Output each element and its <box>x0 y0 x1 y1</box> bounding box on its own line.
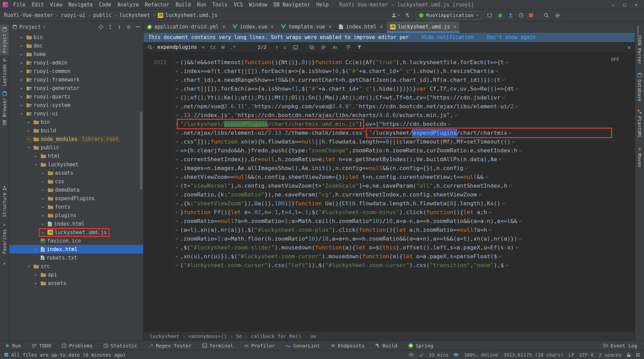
status-widget-lf[interactable]: LF <box>569 352 574 358</box>
gear-icon[interactable] <box>126 24 131 30</box>
code-line[interactable]: ↵}function Ff(){let e=.02,n=.1,t=4,l=.1;… <box>174 208 635 217</box>
menu-analyze[interactable]: Analyze <box>114 0 142 10</box>
rerun-button[interactable] <box>487 13 492 18</box>
tool-window-button-regex-tester[interactable]: .*Regex Tester <box>148 343 192 348</box>
tree-item-api[interactable]: ▸api <box>9 270 143 279</box>
notification-link-hide-notification[interactable]: Hide notification <box>422 34 474 40</box>
tool-window-button-statistic[interactable]: Statistic <box>103 343 137 348</box>
breadcrumb-item-ruoyi-vue-master[interactable]: RuoYi-Vue-master <box>4 12 53 18</box>
chevron-right-icon[interactable]: ▸ <box>40 188 46 192</box>
chevron-right-icon[interactable]: ▸ <box>40 230 46 235</box>
tree-item-bin[interactable]: ▸bin <box>9 118 143 126</box>
menu-run[interactable]: Run <box>194 0 209 10</box>
tree-item-assets[interactable]: ▸assets <box>9 279 143 287</box>
tree-item-luckysheet-umd-js[interactable]: ▸JSluckysheet.umd.js <box>9 228 143 237</box>
tool-window-button-sonarlint[interactable]: SonarLint <box>286 343 320 348</box>
stop-button[interactable] <box>529 13 533 17</box>
tree-scrollbar[interactable] <box>140 111 143 189</box>
menu-code[interactable]: Code <box>96 0 114 10</box>
next-match-icon[interactable]: ↓ <box>283 44 286 50</box>
tree-item-index-html[interactable]: ▸<>index.html <box>9 245 143 253</box>
chevron-right-icon[interactable]: ▸ <box>19 86 24 91</box>
tab-index-html[interactable]: <>index.html× <box>335 21 386 32</box>
clear-search-icon[interactable]: × <box>202 44 205 50</box>
menu-edit[interactable]: Edit <box>29 0 47 10</box>
code-line[interactable]: ↵.currentSheetIndex}),Gr=null,h.zoomRati… <box>174 155 635 164</box>
menu-help[interactable]: Help <box>313 0 332 10</box>
chevron-right-icon[interactable]: ▸ <box>19 94 24 99</box>
chevron-right-icon[interactable]: ▸ <box>26 128 32 133</box>
chevron-down-icon[interactable]: ▾ <box>26 264 32 269</box>
code-line[interactable]: ↵,{k:"sheetViewZoom"}),Ua()},100))}funct… <box>174 199 635 208</box>
tree-item-css[interactable]: ▸css <box>9 177 143 186</box>
tool-stripe-button-database[interactable]: Database <box>635 70 644 104</box>
code-line[interactable]: ↵,$("#luckysheet-zoom-slider").mousedown… <box>174 243 635 252</box>
tree-item-ruoyi-ui[interactable]: ▾ruoyi-ui <box>9 109 143 118</box>
status-widget-100-online[interactable]: 100%, Online <box>464 352 498 358</box>
code-line[interactable]: ↵,xn(u),nr(u)}),$("#luckysheet-zoom-curs… <box>174 252 635 261</box>
breadcrumb-item-public[interactable]: public <box>93 12 112 18</box>
tool-stripe-button-project[interactable]: Project <box>0 25 9 55</box>
chevron-right-icon[interactable]: ▸ <box>33 272 39 277</box>
tree-item-public[interactable]: ▾public <box>9 143 143 152</box>
tool-stripe-button-json-parser[interactable]: { }JSON Parser <box>635 25 644 67</box>
maximize-button[interactable]: □ <box>619 2 630 7</box>
menu-refactor[interactable]: Refactor <box>142 0 172 10</box>
tool-stripe-button-plantuml[interactable]: PlantUML <box>635 107 644 140</box>
chevron-right-icon[interactable]: ▸ <box>19 52 24 57</box>
menu-file[interactable]: File <box>10 0 29 10</box>
code-line[interactable]: ↵(t="viewNormal"),n.config.sheetViewZoom… <box>174 182 635 190</box>
status-widget-grid[interactable] <box>636 353 640 357</box>
tree-item-bin[interactable]: ▸bin <box>9 33 143 41</box>
breadcrumb-item-luckysheet[interactable]: luckysheet <box>119 12 150 18</box>
search-toggle-[interactable]: .* <box>230 44 236 50</box>
tree-item-doc[interactable]: ▸doc <box>9 41 143 50</box>
code-line[interactable]: ↵.zoomRatio=1:a=Math.floor(h.zoomRatio*1… <box>174 234 635 243</box>
status-widget-3913-61175-10-chars[interactable]: 3913:61175 (10 chars) <box>504 352 564 358</box>
hide-panel-icon[interactable] <box>136 26 140 27</box>
chevron-right-icon[interactable]: ▸ <box>19 77 24 82</box>
close-button[interactable]: × <box>630 2 642 7</box>
tool-window-button-terminal[interactable]: Terminal <box>202 343 233 348</box>
code-line[interactable]: ↵()&&!e&&setTimeout(function(){Nt()},0))… <box>174 58 635 67</box>
chevron-right-icon[interactable]: ▸ <box>40 213 46 218</box>
tool-window-button-problems[interactable]: Problems <box>62 343 93 348</box>
close-tab-icon[interactable]: × <box>328 24 332 30</box>
tool-window-button-todo[interactable]: TODO <box>32 343 51 348</box>
editor-breadcrumb-item-luckysheet[interactable]: luckysheet <box>150 334 179 339</box>
chevron-right-icon[interactable]: ▸ <box>33 247 39 252</box>
search-toggle-cc[interactable]: Cc <box>210 44 216 50</box>
tree-item-ruoyi-common[interactable]: ▸ruoyi-common <box>9 67 143 75</box>
tree-item-favicon-ico[interactable]: favicon.ico <box>9 237 143 245</box>
editor-breadcrumb-item-anonymous[interactable]: <anonymous>() <box>188 334 227 339</box>
search-icon[interactable] <box>148 45 153 50</box>
preserve-case-icon[interactable] <box>333 45 337 50</box>
tool-stripe-button-db-browser[interactable]: DB Browser <box>0 89 9 128</box>
close-search-icon[interactable]: × <box>627 44 631 51</box>
tree-item-index-html[interactable]: ▸<>index.html <box>9 220 143 228</box>
chevron-down-icon[interactable]: ▾ <box>19 111 24 116</box>
tree-item-luckysheet[interactable]: ▾luckysheet <box>9 160 143 169</box>
tree-item-ruoyi-generator[interactable]: ▸ruoyi-generator <box>9 84 143 92</box>
tree-item-src[interactable]: ▾src <box>9 262 143 270</box>
tool-window-button-event-log[interactable]: Event Log <box>603 343 637 348</box>
menu-build[interactable]: Build <box>172 0 194 10</box>
expand-all-icon[interactable] <box>108 25 113 30</box>
code-line[interactable]: ↵.13.2/index.js","https://cdn.bootcdn.ne… <box>174 111 635 120</box>
search-everywhere-button[interactable] <box>544 13 549 18</box>
select-all-occurrences-icon[interactable] <box>309 45 314 50</box>
code-line[interactable]: ↵.net/npm/vue@2.6.11","https://unpkg.com… <box>174 102 635 111</box>
menu-vcs[interactable]: VCS <box>231 0 246 10</box>
tool-window-button-spring[interactable]: Spring <box>408 343 433 348</box>
code-line[interactable]: ↵.sheetViewZoom==null&&(n.config.sheetVi… <box>174 173 635 182</box>
tab-luckysheet-umd-js[interactable]: JSluckysheet.umd.js× <box>387 21 460 32</box>
close-tab-icon[interactable]: × <box>271 24 274 30</box>
tool-stripe-button-maven[interactable]: mMaven <box>635 144 644 170</box>
tree-item-fonts[interactable]: ▸fonts <box>9 203 143 211</box>
code-line[interactable]: ↵("#luckysheet-zoom-cursor").css("left")… <box>174 261 635 270</box>
chevron-right-icon[interactable]: ▸ <box>40 179 46 184</box>
settings-button[interactable] <box>554 13 560 18</box>
breadcrumb-item-ruoyi-ui[interactable]: ruoyi-ui <box>61 12 86 18</box>
code-line[interactable]: ↵.net/ajax/libs/element-ui/2.13.2/theme-… <box>174 129 635 137</box>
debug-button[interactable] <box>497 13 503 18</box>
